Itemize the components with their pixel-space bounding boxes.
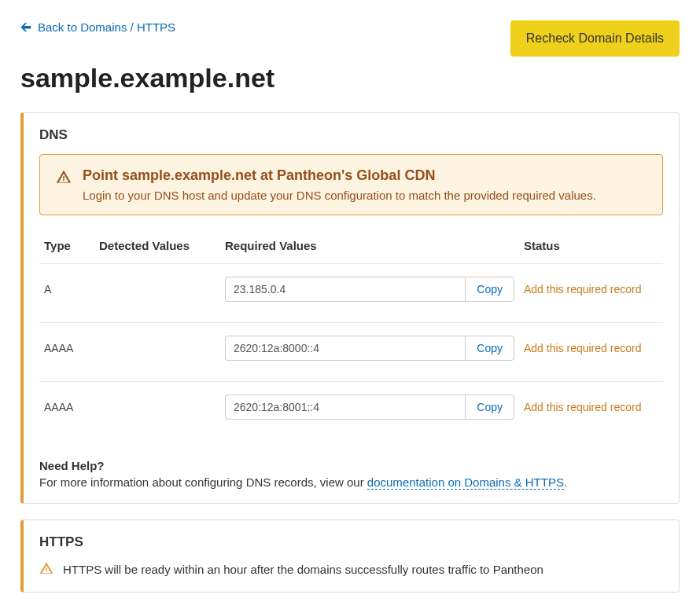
warning-icon: [56, 169, 72, 188]
help-title: Need Help?: [39, 459, 663, 472]
col-status-header: Status: [519, 231, 663, 264]
documentation-link[interactable]: documentation on Domains & HTTPS: [367, 475, 564, 490]
row-type: AAAA: [39, 323, 94, 382]
arrow-left-icon: 🡰: [20, 21, 31, 34]
back-link-label: Back to Domains / HTTPS: [38, 20, 175, 34]
back-to-domains-link[interactable]: 🡰 Back to Domains / HTTPS: [20, 20, 175, 34]
col-type-header: Type: [39, 231, 94, 264]
alert-body: Login to your DNS host and update your D…: [83, 189, 596, 202]
col-required-header: Required Values: [220, 231, 519, 264]
https-card-title: HTTPS: [39, 534, 663, 550]
col-detected-header: Detected Values: [94, 231, 220, 264]
status-link[interactable]: Add this required record: [524, 401, 641, 413]
table-row: AAAA Copy Add this required record: [39, 382, 663, 441]
dns-card: DNS Point sample.example.net at Pantheon…: [20, 112, 680, 504]
copy-button[interactable]: Copy: [465, 277, 514, 302]
table-row: A Copy Add this required record: [39, 264, 663, 323]
page-title: sample.example.net: [20, 63, 680, 94]
table-row: AAAA Copy Add this required record: [39, 323, 663, 382]
required-value-input[interactable]: [225, 395, 465, 420]
row-type: AAAA: [39, 382, 94, 441]
required-value-input[interactable]: [225, 336, 465, 361]
row-type: A: [39, 264, 94, 323]
https-message: HTTPS will be ready within an hour after…: [63, 563, 543, 576]
status-link[interactable]: Add this required record: [524, 342, 641, 354]
table-header-row: Type Detected Values Required Values Sta…: [39, 231, 663, 264]
copy-button[interactable]: Copy: [465, 395, 514, 420]
status-link[interactable]: Add this required record: [524, 283, 641, 295]
warning-icon: [39, 561, 53, 578]
alert-title: Point sample.example.net at Pantheon's G…: [83, 167, 596, 184]
help-body: For more information about configuring D…: [39, 475, 663, 489]
help-prefix: For more information about configuring D…: [39, 475, 367, 489]
recheck-domain-button[interactable]: Recheck Domain Details: [510, 20, 680, 57]
https-card: HTTPS HTTPS will be ready within an hour…: [20, 519, 680, 593]
row-detected: [94, 323, 220, 382]
help-suffix: .: [564, 475, 567, 489]
dns-alert: Point sample.example.net at Pantheon's G…: [39, 154, 663, 215]
dns-card-title: DNS: [39, 127, 663, 143]
required-value-input[interactable]: [225, 277, 465, 302]
row-detected: [94, 264, 220, 323]
row-detected: [94, 382, 220, 441]
copy-button[interactable]: Copy: [465, 336, 514, 361]
dns-table: Type Detected Values Required Values Sta…: [39, 231, 663, 440]
